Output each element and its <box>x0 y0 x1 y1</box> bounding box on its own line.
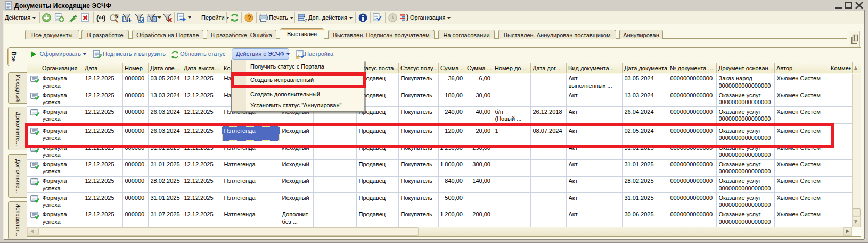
svg-text:?: ? <box>247 14 251 22</box>
svg-text:): ) <box>103 14 105 22</box>
svg-text:(: ( <box>96 14 99 22</box>
svg-text:N: N <box>115 13 119 19</box>
